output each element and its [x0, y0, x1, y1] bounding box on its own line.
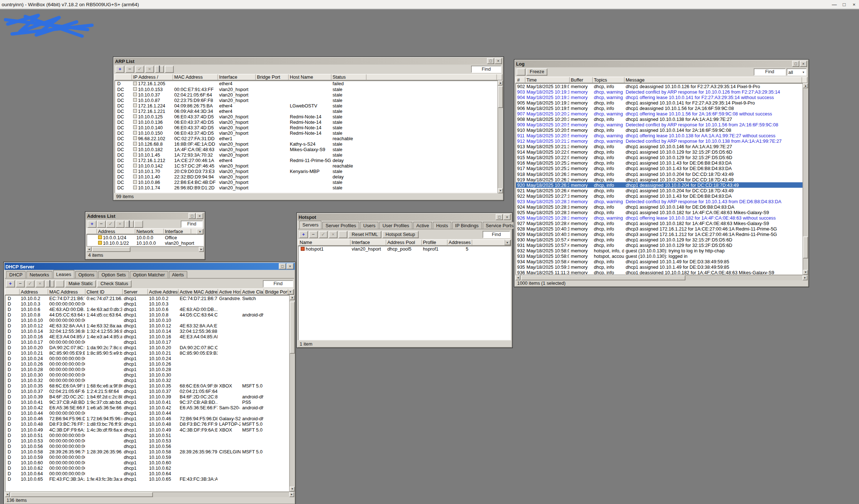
column-header[interactable]: Addresses	[448, 240, 472, 245]
table-row[interactable]: 924May/18/2025 10:28:14memorydhcp, infod…	[516, 204, 807, 210]
comment-button[interactable]	[46, 280, 54, 288]
column-header[interactable]	[367, 74, 497, 80]
table-row[interactable]: DC10.10.0.15300:0C:E7:91:43:FFvlan20_hsp…	[115, 87, 502, 92]
table-row[interactable]: D10.10.0.64E:63:AD:00:DB...1:4e:63:ad:0:…	[5, 307, 294, 312]
table-row[interactable]: 907May/18/2025 10:20:24memorydhcp, warni…	[516, 111, 807, 117]
find-button[interactable]: Find	[181, 220, 203, 228]
table-row[interactable]: D10.10.0.164E:E3:A4:04:85:AD1:4e:e3:a4:4…	[5, 334, 294, 339]
table-row[interactable]: 918May/18/2025 10:26:35memorydhcp, infod…	[516, 172, 807, 177]
find-button[interactable]: Find	[483, 231, 510, 238]
enable-button[interactable]: ✓	[135, 66, 144, 73]
scroll-right-icon[interactable]: ►	[199, 247, 204, 252]
table-row[interactable]: D10.10.0.2400:00:00:00:00:00dhcp110.10.0…	[5, 356, 294, 361]
table-row[interactable]: 916May/18/2025 10:25:29memorydhcp, infod…	[516, 160, 807, 166]
tab-leases[interactable]: Leases	[53, 270, 74, 278]
table-row[interactable]: 904May/18/2025 10:19:31memorydhcp, warni…	[516, 95, 807, 100]
close-icon[interactable]: ×	[800, 61, 807, 67]
table-row[interactable]: 925May/18/2025 10:28:19memorydhcp, infod…	[516, 210, 807, 215]
table-row[interactable]: hotspot1vlan20_hsportdhcp_pool5hsprof15	[298, 246, 511, 252]
table-row[interactable]: D10.10.0.124E:63:32:8A:AA:E71:4e:63:32:8…	[5, 323, 294, 328]
close-icon[interactable]: ×	[196, 213, 203, 219]
table-row[interactable]: D10.10.0.2800:00:00:00:00:00dhcp110.10.0…	[5, 367, 294, 372]
table-row[interactable]: D10.10.0.3000:00:00:00:00:00dhcp110.10.0…	[5, 372, 294, 378]
table-row[interactable]: DC10.10.1.7020:C9:D0:D3:73:E3vlan20_hspo…	[115, 169, 502, 174]
maximize-icon[interactable]: □	[188, 213, 196, 219]
remove-button[interactable]: −	[125, 66, 134, 73]
column-header[interactable]: Address	[97, 229, 135, 234]
table-row[interactable]: 908May/18/2025 10:20:37memorydhcp, infod…	[516, 117, 807, 122]
scroll-down-icon[interactable]: ▼	[803, 270, 808, 275]
scroll-thumb[interactable]	[498, 86, 503, 108]
table-row[interactable]: D10.10.0.5600:00:00:00:00:00dhcp110.10.0…	[5, 444, 294, 449]
scroll-right-icon[interactable]: ►	[289, 492, 294, 497]
column-header[interactable]: Interface	[351, 240, 386, 245]
tab-option-sets[interactable]: Option Sets	[98, 271, 129, 278]
table-row[interactable]: 919May/18/2025 10:26:35memorydhcp, infod…	[516, 177, 807, 182]
make-static-button[interactable]: Make Static	[65, 280, 96, 288]
check-status-button[interactable]: Check Status	[97, 280, 132, 288]
column-header[interactable]: Bridge Port	[264, 289, 288, 295]
column-select-icon[interactable]: ▼	[197, 229, 203, 234]
tab-options[interactable]: Options	[75, 271, 98, 278]
table-row[interactable]: D10.10.0.5900:00:00:00:00:00dhcp110.10.0…	[5, 454, 294, 460]
column-header[interactable]: Bridge Port	[256, 74, 289, 80]
table-row[interactable]: D10.10.0.2600:00:00:00:00:00dhcp110.10.0…	[5, 361, 294, 367]
table-row[interactable]: D10.10.0.4400:00:00:00:00:00dhcp110.10.0…	[5, 410, 294, 416]
table-row[interactable]: D10.10.0.6200:00:00:00:00:00dhcp110.10.0…	[5, 465, 294, 471]
column-header[interactable]: Profile	[422, 240, 448, 245]
table-row[interactable]: 915May/18/2025 10:22:05memorydhcp, infod…	[516, 155, 807, 160]
maximize-icon[interactable]: □	[487, 58, 494, 64]
table-row[interactable]: DC172.16.1.22404:09:86:26:75:BAether4LGw…	[115, 103, 502, 109]
vertical-scrollbar[interactable]: ▲ ▼	[289, 295, 294, 492]
table-row[interactable]: 921May/18/2025 10:26:45memorydhcp, infod…	[516, 188, 807, 193]
table-row[interactable]: 922May/18/2025 10:27:12memorydhcp, infod…	[516, 193, 807, 199]
maximize-icon[interactable]: □	[792, 61, 800, 67]
table-row[interactable]: DC10.10.0.3702:04:21:05:6F:64vlan20_hspo…	[115, 92, 502, 98]
column-header[interactable]: #	[516, 77, 526, 83]
table-row[interactable]: 903May/18/2025 10:19:10memorydhcp, warni…	[516, 89, 807, 95]
enable-button[interactable]: ✓	[319, 231, 328, 238]
table-row[interactable]: DC172.16.1.2121A:CE:27:00:46:1Aether4Red…	[115, 158, 502, 163]
vertical-scrollbar[interactable]: ▲ ▼	[803, 83, 808, 275]
close-icon[interactable]: ×	[503, 214, 511, 220]
table-row[interactable]: D10.10.0.6000:00:00:00:00:00dhcp110.10.0…	[5, 460, 294, 465]
column-header[interactable]: Server	[123, 289, 148, 295]
table-row[interactable]: D10.10.0.5828:39:26:35:96:791:28:39:26:3…	[5, 449, 294, 454]
table-row[interactable]: DC10.10.0.12506:E0:43:37:4D:D5vlan20_hsp…	[115, 114, 502, 119]
tab-servers[interactable]: Servers	[299, 221, 322, 229]
filter-button[interactable]	[134, 220, 143, 228]
table-row[interactable]: D10.10.0.48D8:F3:BC:76:FF:911:d8:f3:bc:7…	[5, 421, 294, 427]
table-row[interactable]: 906May/18/2025 10:19:58memorydhcp, infod…	[516, 106, 807, 111]
column-header[interactable]: IP Address	[132, 74, 173, 80]
table-row[interactable]: DC10.10.0.1821A:4F:CA:0E:48:63vlan20_hsp…	[115, 147, 502, 152]
column-header[interactable]: Time	[526, 77, 570, 83]
window-titlebar[interactable]: ARP List □ ×	[114, 58, 503, 65]
table-row[interactable]: 911May/18/2025 10:20:54memorydhcp, warni…	[516, 133, 807, 138]
table-row[interactable]: 935May/18/2025 10:59:10memorydhcp, infod…	[516, 264, 807, 270]
tab-alerts[interactable]: Alerts	[169, 271, 187, 278]
find-button[interactable]: Find	[754, 68, 785, 76]
table-row[interactable]: DC10.10.0.8702:23:75:D9:6F:F8vlan20_hspo…	[115, 98, 502, 103]
disable-button[interactable]: ×	[145, 66, 154, 73]
table-row[interactable]: 917May/18/2025 10:25:29memorydhcp, infod…	[516, 166, 807, 171]
table-row[interactable]: 914May/18/2025 10:22:04memorydhcp, infod…	[516, 149, 807, 155]
table-row[interactable]: DC10.10.1.4022:32:BD:D9:94:94vlan20_hspo…	[115, 174, 502, 180]
table-row[interactable]: 923May/18/2025 10:28:13memorydhcp, warni…	[516, 199, 807, 204]
log-buffer-select[interactable]: all ▼	[787, 68, 807, 76]
table-row[interactable]: DC10.10.0.13606:E0:43:37:4D:D5vlan20_hsp…	[115, 119, 502, 125]
close-icon[interactable]: ×	[495, 58, 502, 64]
table-row[interactable]: D10.10.0.419C:37:CB:AB:BD...1:9c:37:cb:a…	[5, 399, 294, 405]
table-row[interactable]: 905May/18/2025 10:19:33memorydhcp, infod…	[516, 100, 807, 106]
column-header[interactable]: Host Name	[289, 74, 331, 80]
table-row[interactable]: DC172.16.1.22106:09:A8:44:3D:34ether4sta…	[115, 109, 502, 114]
tab-service-ports[interactable]: Service Ports	[483, 222, 517, 229]
table-row[interactable]: 932May/18/2025 10:58:07memoryhotspot, in…	[516, 248, 807, 253]
add-button[interactable]: +	[299, 231, 308, 238]
table-row[interactable]: D10.10.0.4672:B6:94:F5:96:D81:72:b6:94:f…	[5, 416, 294, 421]
scroll-up-icon[interactable]: ▲	[803, 83, 808, 88]
table-row[interactable]: D172.16.1.205ether4failed	[115, 81, 502, 86]
column-header[interactable]	[115, 74, 132, 80]
table-row[interactable]: 929May/18/2025 10:40:17memorydhcp, infod…	[516, 232, 807, 237]
close-icon[interactable]: ×	[286, 263, 294, 269]
table-row[interactable]: 913May/18/2025 10:21:30memorydhcp, infod…	[516, 144, 807, 149]
